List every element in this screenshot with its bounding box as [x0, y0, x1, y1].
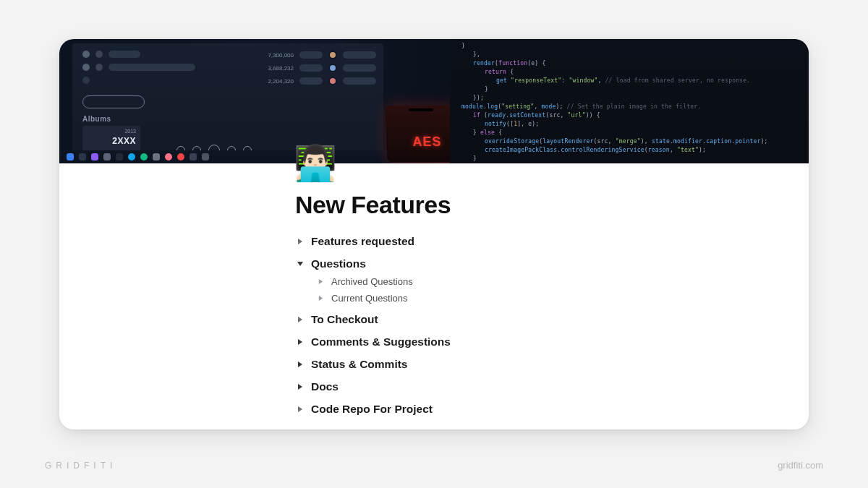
- notion-page-card: 7,300,000 3,688,232 2,204,320 Albums 201…: [59, 39, 809, 429]
- caret-right-icon[interactable]: [315, 294, 326, 304]
- page-icon[interactable]: 👨🏻‍💻: [294, 143, 334, 184]
- toggle-questions[interactable]: Questions: [295, 257, 700, 270]
- footer-brand-right: gridfiti.com: [778, 460, 823, 471]
- caret-right-icon[interactable]: [295, 236, 305, 247]
- toggle-archived-questions[interactable]: Archived Questions: [315, 276, 700, 287]
- toggle-label: Current Questions: [331, 293, 408, 304]
- page-title[interactable]: New Features: [295, 191, 700, 219]
- caret-right-icon[interactable]: [295, 404, 305, 414]
- cover-taskbar: [59, 150, 392, 163]
- toggle-label: To Checkout: [311, 313, 378, 326]
- caret-right-icon[interactable]: [315, 277, 326, 287]
- caret-right-icon[interactable]: [295, 359, 305, 369]
- footer-brand-left: GRIDFITI: [45, 461, 116, 471]
- toggle-label: Comments & Suggestions: [311, 335, 451, 348]
- cover-show-more-button: [82, 95, 145, 108]
- page-content: New Features Features requested Question…: [295, 191, 700, 416]
- toggle-label: Status & Commits: [311, 358, 408, 371]
- toggle-label: Code Repo For Project: [311, 403, 433, 416]
- toggle-label: Docs: [311, 380, 339, 393]
- toggle-current-questions[interactable]: Current Questions: [315, 293, 700, 304]
- cover-monitor-right: } }, render(function(e) { return { get "…: [450, 39, 809, 163]
- toggle-comments-suggestions[interactable]: Comments & Suggestions: [295, 335, 700, 348]
- toggle-label: Questions: [311, 257, 366, 270]
- toggle-list: Features requested Questions Archived Qu…: [295, 235, 700, 416]
- toggle-features-requested[interactable]: Features requested: [295, 235, 700, 248]
- caret-right-icon[interactable]: [295, 337, 305, 347]
- caret-down-icon[interactable]: [295, 259, 305, 269]
- toggle-label: Features requested: [311, 235, 414, 248]
- toggle-label: Archived Questions: [331, 276, 413, 287]
- cover-monitor-left: 7,300,000 3,688,232 2,204,320 Albums 201…: [72, 43, 383, 159]
- toggle-docs[interactable]: Docs: [295, 380, 700, 393]
- toggle-code-repo[interactable]: Code Repo For Project: [295, 403, 700, 416]
- toggle-questions-children: Archived Questions Current Questions: [315, 276, 700, 304]
- cover-albums-heading: Albums: [82, 115, 111, 123]
- toggle-status-commits[interactable]: Status & Commits: [295, 358, 700, 371]
- cover-image: 7,300,000 3,688,232 2,204,320 Albums 201…: [59, 39, 809, 163]
- caret-right-icon[interactable]: [295, 314, 305, 325]
- toggle-questions-group: Questions Archived Questions Current Que…: [295, 257, 700, 304]
- caret-right-icon[interactable]: [295, 382, 305, 392]
- toggle-to-checkout[interactable]: To Checkout: [295, 313, 700, 326]
